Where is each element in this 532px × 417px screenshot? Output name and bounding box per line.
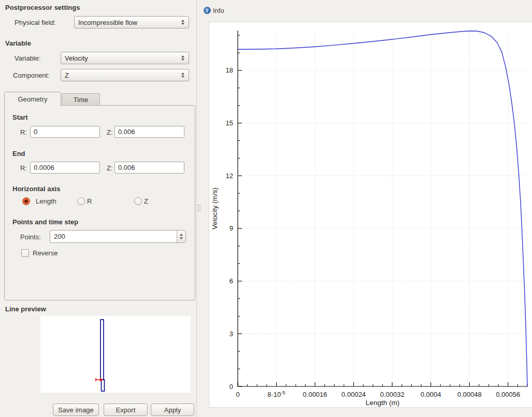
line-preview-title: Line preview: [5, 305, 46, 313]
app-window: { "left_panel": { "title": "Postprocesso…: [0, 0, 532, 417]
export-label: Export: [116, 406, 136, 414]
radio-length-label[interactable]: Length: [36, 197, 56, 205]
y-tick-label: 15: [226, 119, 233, 127]
y-tick-label: 6: [229, 277, 233, 285]
velocity-chart[interactable]: 08·10-50.000160.000240.000320.00040.0004…: [209, 22, 532, 408]
radio-r-label[interactable]: R: [87, 197, 92, 205]
radio-z[interactable]: [134, 197, 142, 205]
combo-arrows-icon: [181, 20, 184, 25]
info-icon: i: [204, 7, 211, 14]
info-tab-label[interactable]: Info: [213, 7, 224, 15]
x-tick-label: 0.00048: [457, 391, 482, 398]
y-tick-label: 18: [226, 66, 233, 74]
info-panel: i Info 08·10-50.000160.000240.000320.000…: [200, 0, 532, 417]
export-button[interactable]: Export: [104, 404, 148, 416]
x-tick-label: 0.00056: [496, 391, 520, 398]
physical-field-label: Physical field:: [15, 19, 55, 26]
physical-field-value: Incompressible flow: [78, 19, 137, 26]
points-spinbox[interactable]: 200: [50, 230, 186, 243]
panel-title: Postprocessor settings: [5, 4, 80, 11]
x-tick-label: 0.00032: [380, 391, 405, 398]
tab-time-label: Time: [74, 96, 88, 104]
spinner-arrows-icon[interactable]: [177, 231, 185, 242]
variable-value: Velocity: [65, 54, 88, 62]
tab-geometry[interactable]: Geometry: [4, 92, 61, 106]
apply-button[interactable]: Apply: [151, 404, 194, 416]
start-r-label: R:: [20, 128, 27, 136]
radio-length[interactable]: [22, 197, 30, 205]
variable-section-title: Variable: [5, 39, 31, 47]
postprocessor-panel: Postprocessor settings Physical field: I…: [0, 0, 196, 417]
preview-geometry-tube: [100, 320, 104, 380]
combo-arrows-icon: [181, 55, 184, 61]
end-section-title: End: [12, 150, 25, 157]
start-r-input[interactable]: [30, 126, 100, 138]
component-select[interactable]: Z: [61, 69, 189, 81]
apply-label: Apply: [164, 406, 181, 414]
save-image-label: Save image: [58, 406, 94, 414]
variable-label: Variable:: [15, 54, 40, 62]
x-tick-label: 0: [236, 391, 239, 398]
panel-splitter[interactable]: [196, 0, 197, 417]
end-r-input[interactable]: [30, 162, 100, 174]
x-tick-label: 0.00024: [341, 391, 366, 398]
radio-r[interactable]: [77, 197, 85, 205]
y-axis-title: Velocity (m/s): [211, 188, 219, 229]
horizontal-axis-title: Horizontal axis: [12, 185, 60, 193]
x-tick-label: 8·10-5: [267, 390, 285, 398]
preview-geometry-outlet: [102, 380, 105, 391]
component-value: Z: [65, 71, 69, 79]
save-image-button[interactable]: Save image: [53, 404, 99, 416]
reverse-checkbox[interactable]: [21, 249, 29, 257]
x-tick-label: 0.00016: [303, 391, 327, 398]
y-tick-label: 12: [226, 172, 233, 180]
start-section-title: Start: [12, 113, 28, 121]
points-label: Points:: [20, 233, 41, 241]
end-z-input[interactable]: [114, 162, 184, 174]
combo-arrows-icon: [181, 73, 184, 78]
physical-field-select[interactable]: Incompressible flow: [74, 16, 189, 28]
variable-select[interactable]: Velocity: [61, 52, 189, 64]
start-z-input[interactable]: [114, 126, 184, 138]
reverse-checkbox-label[interactable]: Reverse: [33, 249, 57, 257]
points-section-title: Points and time step: [12, 218, 78, 226]
end-r-label: R:: [20, 164, 27, 172]
x-tick-label: 0.0004: [421, 391, 441, 398]
line-preview-drawing: [40, 316, 191, 393]
radio-z-label[interactable]: Z: [144, 197, 148, 205]
points-value: 200: [54, 233, 65, 240]
end-z-label: Z:: [107, 164, 113, 172]
start-z-label: Z:: [107, 128, 113, 136]
line-preview-canvas[interactable]: [40, 316, 191, 393]
tab-geometry-label: Geometry: [18, 95, 47, 103]
y-tick-label: 0: [229, 383, 233, 391]
velocity-curve: [238, 31, 527, 386]
y-tick-label: 9: [229, 224, 233, 232]
x-axis-title: Length (m): [366, 399, 399, 407]
y-tick-label: 3: [229, 330, 233, 338]
component-label: Component:: [13, 71, 50, 79]
tab-time[interactable]: Time: [62, 93, 100, 106]
geometry-tab-pane: Start R: Z: End R: Z: Horizontal axis Le…: [4, 105, 195, 300]
chart-panel: 08·10-50.000160.000240.000320.00040.0004…: [209, 22, 532, 408]
